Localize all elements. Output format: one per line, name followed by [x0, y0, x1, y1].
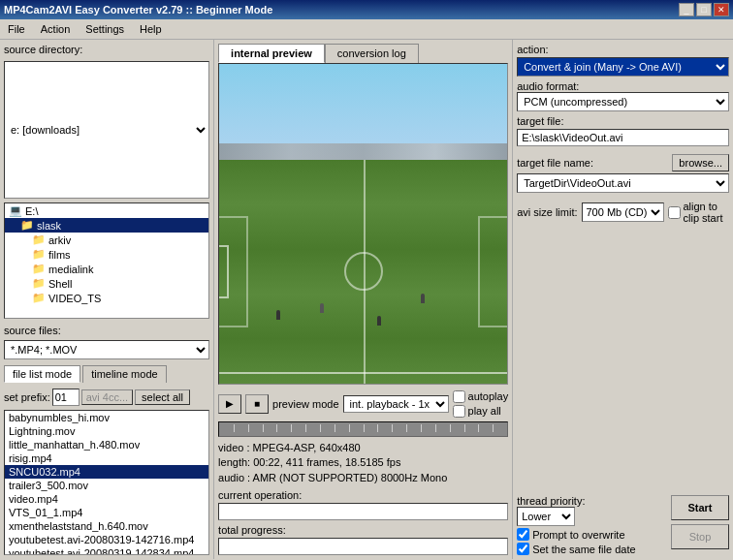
action-label: action: — [517, 44, 729, 55]
preview-mode-label: preview mode — [272, 398, 338, 410]
folder-icon-4: 📁 — [32, 263, 46, 275]
target-name-select[interactable]: TargetDir\VideoOut.avi — [517, 173, 729, 193]
maximize-button[interactable]: □ — [696, 3, 712, 16]
source-files-row: *.MP4; *.MOV — [4, 340, 209, 359]
source-files-filter[interactable]: *.MP4; *.MOV — [4, 340, 209, 359]
preview-tabs: internal preview conversion log — [218, 44, 508, 63]
preview-area — [218, 63, 508, 385]
file-item[interactable]: xmenthelaststand_h.640.mov — [5, 519, 208, 533]
align-checkbox-row: align to clip start — [668, 201, 730, 224]
menu-file[interactable]: File — [4, 21, 29, 37]
total-progress-label: total progress: — [218, 524, 508, 536]
source-dir-select[interactable]: e: [downloads] — [4, 61, 209, 199]
avi-size-row: avi size limit: 700 Mb (CD) No limit 650… — [517, 201, 729, 224]
avi-size-label: avi size limit: — [517, 206, 577, 218]
current-operation-section: current operation: — [218, 489, 508, 520]
prompt-overwrite-checkbox[interactable] — [517, 528, 529, 541]
file-item[interactable]: youtubetest.avi-20080319-142834.mp4 — [5, 546, 208, 555]
autoplay-checkbox[interactable] — [453, 390, 465, 403]
thread-priority-section: thread priority: Lower Normal Higher Pro… — [517, 495, 635, 555]
file-item[interactable]: youtubetest.avi-20080319-142716.mp4 — [5, 533, 208, 546]
prefix-input[interactable] — [52, 389, 80, 406]
action-select[interactable]: Convert & join (Many -> One AVI) Convert… — [517, 57, 729, 77]
video-info: video : MPEG4-ASP, 640x480 length: 00:22… — [218, 441, 508, 485]
action-section: action: Convert & join (Many -> One AVI)… — [517, 44, 729, 77]
folder-icon-2: 📁 — [32, 233, 46, 246]
play-all-checkbox[interactable] — [453, 405, 465, 418]
target-file-input[interactable] — [517, 129, 729, 146]
same-file-date-checkbox[interactable] — [517, 543, 529, 555]
stop-button-main[interactable]: Stop — [671, 524, 729, 549]
computer-icon: 💻 — [9, 204, 22, 217]
prefix-row: set prefix: avi 4cc... select all — [4, 389, 209, 406]
browse-button[interactable]: browse... — [672, 154, 729, 171]
file-item-selected[interactable]: SNCU032.mp4 — [5, 465, 208, 479]
file-item[interactable]: video.mp4 — [5, 492, 208, 506]
thread-priority-select[interactable]: Lower Normal Higher — [517, 507, 575, 526]
folder-icon-5: 📁 — [32, 277, 46, 290]
menu-help[interactable]: Help — [136, 21, 166, 37]
align-checkbox[interactable] — [668, 206, 681, 219]
file-item[interactable]: little_manhattan_h.480.mov — [5, 438, 208, 451]
menu-bar: File Action Settings Help — [0, 19, 733, 40]
tab-conversion-log[interactable]: conversion log — [325, 44, 419, 63]
target-file-label: target file: — [517, 115, 729, 127]
folder-icon-3: 📁 — [32, 248, 46, 261]
tree-item-films[interactable]: 📁 films — [5, 247, 208, 262]
preview-mode-select[interactable]: int. playback - 1x int. playback - 2x ex… — [343, 395, 449, 413]
audio-format-section: audio format: PCM (uncompressed) MP3 AAC — [517, 80, 729, 111]
start-stop-section: Start Stop — [671, 495, 729, 549]
tree-item-slask[interactable]: 📁 slask — [5, 218, 208, 233]
directory-tree[interactable]: 💻 E:\ 📁 slask 📁 arkiv 📁 films — [4, 202, 209, 319]
minimize-button[interactable]: _ — [679, 3, 694, 16]
play-button[interactable]: ▶ — [218, 394, 241, 414]
stop-button[interactable]: ■ — [245, 394, 269, 414]
file-item[interactable]: Lightning.mov — [5, 424, 208, 438]
avi4cc-button[interactable]: avi 4cc... — [81, 389, 133, 405]
current-op-bar — [218, 503, 508, 520]
tree-item-videots[interactable]: 📁 VIDEO_TS — [5, 291, 208, 305]
file-list[interactable]: babynumbles_hi.mov Lightning.mov little_… — [4, 410, 209, 555]
file-item[interactable]: babynumbles_hi.mov — [5, 411, 208, 424]
source-dir-label: source directory: — [4, 44, 209, 55]
menu-action[interactable]: Action — [37, 21, 75, 37]
menu-settings[interactable]: Settings — [81, 21, 128, 37]
playback-controls: ▶ ■ preview mode int. playback - 1x int.… — [218, 389, 508, 420]
play-all-label: play all — [468, 405, 501, 417]
folder-icon: 📁 — [20, 219, 34, 232]
tree-item-shell[interactable]: 📁 Shell — [5, 276, 208, 291]
align-label: align to clip start — [684, 201, 730, 224]
seek-bar[interactable] — [218, 421, 508, 437]
thread-priority-label: thread priority: — [517, 495, 635, 507]
window-controls: _ □ ✕ — [679, 3, 729, 16]
tree-item-arkiv[interactable]: 📁 arkiv — [5, 233, 208, 247]
right-panel: action: Convert & join (Many -> One AVI)… — [512, 40, 733, 559]
tree-item-medialink[interactable]: 📁 medialink — [5, 262, 208, 276]
target-file-name-label: target file name: — [517, 157, 593, 169]
folder-icon-6: 📁 — [32, 292, 46, 304]
same-file-date-label: Set the same file date — [532, 544, 635, 555]
video-info-line1: video : MPEG4-ASP, 640x480 — [218, 441, 508, 455]
tab-file-list[interactable]: file list mode — [4, 365, 80, 383]
tree-item-root[interactable]: 💻 E:\ — [5, 203, 208, 218]
window-title: MP4Cam2AVI Easy Converter v2.79 :: Begin… — [4, 4, 272, 16]
file-item[interactable]: risig.mp4 — [5, 451, 208, 465]
left-panel: source directory: e: [downloads] 💻 E:\ 📁… — [0, 40, 214, 559]
video-info-line2: length: 00:22, 411 frames, 18.5185 fps — [218, 455, 508, 470]
close-button[interactable]: ✕ — [714, 3, 729, 16]
audio-format-label: audio format: — [517, 80, 729, 92]
total-progress-bar — [218, 538, 508, 555]
autoplay-options: autoplay play all — [453, 390, 509, 418]
video-preview — [219, 64, 507, 384]
file-item[interactable]: VTS_01_1.mp4 — [5, 506, 208, 519]
avi-size-select[interactable]: 700 Mb (CD) No limit 650 Mb 1 Gb 2 Gb 4 … — [582, 202, 664, 222]
title-bar: MP4Cam2AVI Easy Converter v2.79 :: Begin… — [0, 0, 733, 19]
video-info-line3: audio : AMR (NOT SUPPORTED) 8000Hz Mono — [218, 471, 508, 485]
audio-format-select[interactable]: PCM (uncompressed) MP3 AAC — [517, 92, 729, 111]
set-prefix-label: set prefix: — [4, 391, 50, 403]
tab-internal-preview[interactable]: internal preview — [218, 44, 325, 63]
file-item[interactable]: trailer3_500.mov — [5, 479, 208, 492]
select-all-button[interactable]: select all — [135, 389, 190, 405]
start-button[interactable]: Start — [671, 495, 729, 520]
tab-timeline[interactable]: timeline mode — [82, 365, 166, 383]
